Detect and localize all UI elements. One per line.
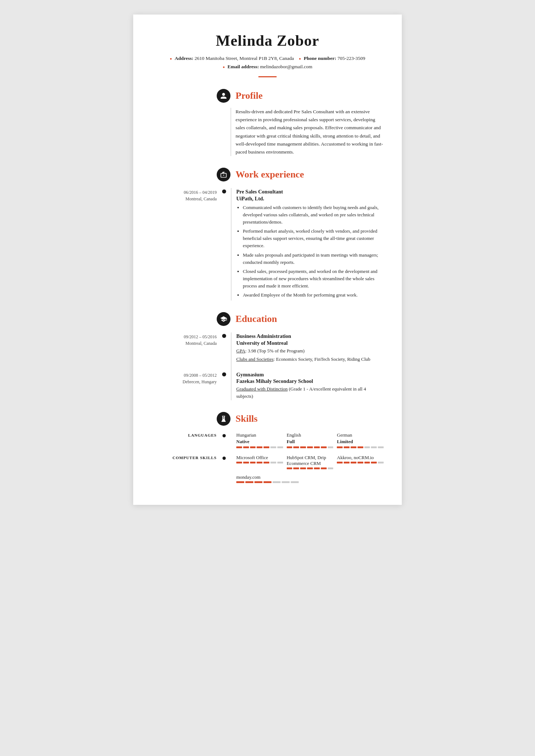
bar-seg — [328, 446, 334, 448]
bar-seg — [378, 462, 384, 463]
profile-section: Profile Results-driven and dedicated Pre… — [151, 89, 384, 156]
bar-seg — [264, 462, 269, 463]
gpa-label: GPA — [236, 348, 245, 354]
work-company-1: UiPath, Ltd. — [236, 196, 384, 202]
skills-icon — [217, 412, 230, 426]
dot — [222, 372, 226, 376]
candidate-name: Melinda Zobor — [151, 32, 384, 49]
bar-seg — [378, 446, 384, 448]
edu-entry-2: 09/2008 – 05/2012 Debrecen, Hungary Gymn… — [151, 371, 384, 400]
bar-seg — [328, 467, 334, 469]
email-value: melindazobor@gmail.com — [260, 64, 313, 69]
bar-seg — [250, 462, 256, 463]
skills-header: Skills — [151, 412, 384, 426]
work-entry-1: 06/2016 – 04/2019 Montreal, Canada Pre S… — [151, 188, 384, 301]
gpa-value: : 3.98 (Top 5% of the Program) — [245, 348, 305, 354]
lang-level-1: Native — [236, 439, 283, 445]
phone-label: Phone number: — [304, 56, 336, 61]
clubs-value: : Economics Society, FinTech Society, Ri… — [274, 356, 371, 362]
work-entries: 06/2016 – 04/2019 Montreal, Canada Pre S… — [151, 188, 384, 301]
flask-icon — [220, 415, 227, 422]
work-content-1: Pre Sales Consultant UiPath, Ltd. Commun… — [231, 188, 384, 301]
work-dates-1: 06/2016 – 04/2019 Montreal, Canada — [151, 188, 217, 202]
education-header: Education — [151, 312, 384, 326]
briefcase-icon — [220, 171, 227, 178]
bar-seg — [236, 462, 242, 463]
lang-level-3: Limited — [337, 439, 384, 445]
comp-bar-2 — [287, 467, 334, 469]
contact-email-line: ● Email address: melindazobor@gmail.com — [151, 63, 384, 71]
dot — [222, 457, 226, 460]
bar-seg — [344, 446, 350, 448]
bar-seg — [264, 446, 269, 448]
computer-content: Microsoft Office — [231, 455, 384, 483]
bar-seg — [291, 481, 299, 483]
bar-seg — [270, 462, 276, 463]
lang-bar-3 — [337, 446, 384, 448]
bar-seg — [257, 446, 262, 448]
profile-icon — [217, 89, 230, 103]
bullet-2: Performed market analysis, worked closel… — [243, 228, 384, 249]
bar-seg — [243, 462, 249, 463]
edu-dates-1: 09/2012 – 05/2016 Montreal, Canada — [151, 332, 217, 347]
skills-content: LANGUAGES Hungarian Native — [151, 432, 384, 483]
lang-item-2: English Full — [287, 432, 334, 448]
edu-school-1: University of Montreal — [236, 340, 384, 346]
edu-entry-1: 09/2012 – 05/2016 Montreal, Canada Busin… — [151, 332, 384, 363]
lang-level-2: Full — [287, 439, 334, 445]
dot — [222, 434, 226, 437]
graduation-icon — [220, 315, 227, 323]
resume-container: Melinda Zobor ● Address: 2610 Manitoba S… — [133, 15, 402, 505]
comp-name-1: Microsoft Office — [236, 455, 283, 461]
edu-dot-2 — [217, 371, 231, 376]
bullet-4: Closed sales, processed payments, and wo… — [243, 268, 384, 290]
bar-seg — [282, 481, 290, 483]
bar-seg — [264, 481, 271, 483]
comp-name-4: monday.com — [236, 474, 384, 480]
comp-items: Microsoft Office — [236, 455, 384, 469]
bar-seg — [314, 446, 320, 448]
phone-value: 705-223-3509 — [338, 56, 365, 61]
bar-seg — [358, 462, 363, 463]
profile-title: Profile — [236, 90, 263, 101]
skills-section: Skills LANGUAGES Hungarian Native — [151, 412, 384, 483]
education-title: Education — [236, 314, 277, 324]
bar-seg — [371, 462, 377, 463]
edu-detail-1a: GPA: 3.98 (Top 5% of the Program) — [236, 347, 384, 355]
edu-degree-1: Business Administration — [236, 332, 384, 340]
bullet-1: Communicated with customers to identify … — [243, 204, 384, 226]
edu-dot-1 — [217, 332, 231, 338]
bar-seg — [277, 446, 283, 448]
email-label: Email address: — [228, 64, 259, 69]
education-section: Education 09/2012 – 05/2016 Montreal, Ca… — [151, 312, 384, 400]
bar-seg — [321, 467, 327, 469]
work-header: Work experience — [151, 168, 384, 181]
lang-bar-1 — [236, 446, 283, 448]
education-icon — [217, 312, 230, 326]
work-job-title-1: Pre Sales Consultant — [236, 188, 384, 195]
bullet-5: Awarded Employee of the Month for perfor… — [243, 291, 384, 299]
profile-text: Results-driven and dedicated Pre Sales C… — [236, 108, 384, 156]
profile-header: Profile — [151, 89, 384, 103]
comp-name-2: HubSpot CRM, Drip Ecommerce CRM — [287, 455, 334, 466]
bar-seg — [344, 462, 350, 463]
education-entries: 09/2012 – 05/2016 Montreal, Canada Busin… — [151, 332, 384, 400]
edu-detail-2a: Graduated with Distinction (Grade 1 - A/… — [236, 385, 384, 400]
person-icon — [220, 92, 227, 99]
comp-bar-4 — [236, 481, 384, 483]
dot — [222, 334, 226, 338]
bar-seg — [371, 446, 377, 448]
bar-seg — [287, 446, 293, 448]
bar-seg — [243, 446, 249, 448]
lang-bar-2 — [287, 446, 334, 448]
lang-items: Hungarian Native — [236, 432, 384, 448]
dot — [222, 189, 226, 193]
lang-dot — [217, 432, 231, 437]
lang-name-3: German — [337, 432, 384, 438]
computer-row: COMPUTER SKILLS Microsoft Office — [151, 455, 384, 483]
bar-seg — [364, 462, 370, 463]
distinction-label: Graduated with Distinction — [236, 386, 288, 392]
bar-seg — [270, 446, 276, 448]
work-icon — [217, 168, 230, 181]
bar-seg — [300, 467, 306, 469]
